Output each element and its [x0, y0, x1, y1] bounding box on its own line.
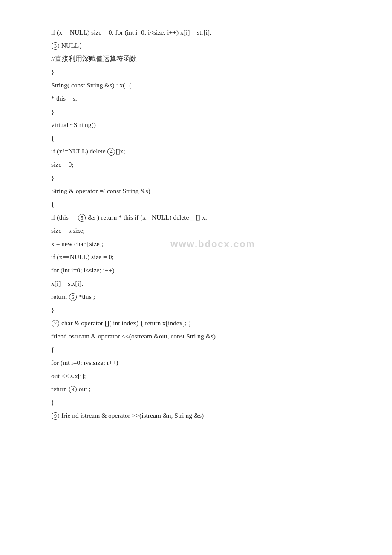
code-line-4: } [51, 65, 341, 78]
code-line-23: 7 char & operator []( int index) { retur… [51, 316, 341, 330]
code-line-10: if (x!=NULL) delete 4[]x; [51, 145, 341, 158]
code-line-28: return 8 out ; [51, 382, 341, 396]
circle-4: 4 [107, 148, 115, 156]
code-line-2: 3 NULL） [51, 39, 341, 52]
code-line-9: { [51, 131, 341, 145]
code-line-20: x[i] = s.x[i]; [51, 277, 341, 290]
code-line-24: friend ostream & operator <<(ostream &ou… [51, 330, 341, 343]
code-line-15: if (this ==5 &s ) return * this if (x!=N… [51, 211, 341, 224]
circle-5: 5 [78, 214, 86, 222]
code-line-21: return 6 *this ; [51, 290, 341, 303]
circle-3: 3 [52, 42, 59, 50]
code-line-6: * this = s; [51, 92, 341, 105]
code-line-14: { [51, 197, 341, 211]
code-line-12: } [51, 171, 341, 184]
code-line-11: size = 0; [51, 158, 341, 171]
circle-9: 9 [52, 412, 59, 420]
code-line-29: } [51, 396, 341, 409]
code-line-16: size = s.size; [51, 224, 341, 237]
code-line-1: if (x==NULL) size = 0; for (int i=0; i<s… [51, 26, 341, 39]
circle-8: 8 [69, 386, 77, 393]
code-line-18: if (x==NULL) size = 0; [51, 250, 341, 263]
code-line-26: for (int i=0; ivs.size; i++) [51, 356, 341, 369]
code-line-3: //直接利用深赋值运算符函数 [51, 52, 341, 65]
code-content: if (x==NULL) size = 0; for (int i=0; i<s… [51, 26, 341, 422]
code-line-30: 9 frie nd istream & operator >>(istream … [51, 409, 341, 422]
code-line-19: for (int i=0; i<size; i++) [51, 263, 341, 277]
code-line-8: virtual ~Stri ng() [51, 118, 341, 131]
code-line-7: } [51, 105, 341, 118]
code-line-27: out << s.x[i]; [51, 369, 341, 382]
code-line-13: String & operator =( const String &s) [51, 184, 341, 197]
circle-6: 6 [69, 293, 77, 301]
code-line-22: } [51, 303, 341, 316]
circle-7: 7 [52, 320, 59, 327]
code-line-5: String( const String &s) : x( { [51, 78, 341, 92]
code-line-25: { [51, 343, 341, 356]
code-line-17: x = new char [size]; [51, 237, 341, 250]
